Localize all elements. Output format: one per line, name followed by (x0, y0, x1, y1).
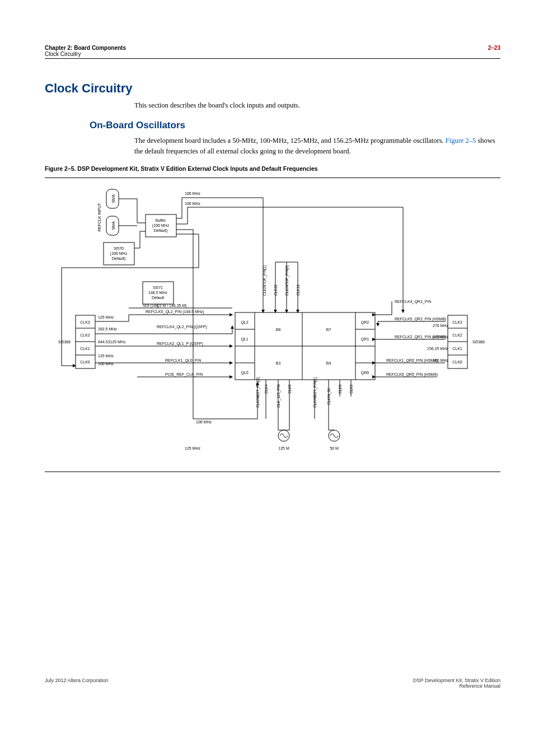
b4: B4 (326, 361, 331, 365)
freq-50m: 50 M (330, 446, 339, 450)
footer-right-a: DSP Development Kit, Stratix V Edition (413, 678, 500, 683)
si570-line2: (100 MHz (110, 251, 128, 256)
b3: B3 (276, 361, 281, 365)
freq-100-right: 100 MHz (433, 358, 449, 362)
freq-270: 270 MHz (433, 324, 449, 328)
freq-282-5: 282.5 MHz (98, 327, 117, 331)
qr1: QR1 (361, 337, 369, 342)
chapter-line: Chapter 2: Board Components (45, 45, 126, 51)
freq-125-left2: 125 MHz (98, 354, 114, 358)
clk0-right: CLK0 (452, 360, 462, 364)
clk2-left: CLK2 (80, 333, 90, 337)
page-header: Chapter 2: Board Components Clock Circui… (45, 45, 500, 59)
freq-100-2: 100 MHz (185, 202, 201, 206)
refclk4-ql2: REFCLK4_QL2_P/N (QSFP) (157, 325, 207, 329)
clk2-right: CLK2 (452, 333, 462, 337)
refclk1-ql0: REFCLK1_QL0_P/N (165, 358, 201, 363)
body-a: The development board includes a 50-MHz,… (134, 137, 446, 144)
refclk0-qr0: REFCLK0_QR0_P/N (HSMA) (386, 372, 438, 377)
freq-125-bottom: 125 MHz (185, 446, 201, 450)
ql1: QL1 (241, 337, 248, 342)
freq-125-left: 125 MHz (98, 315, 114, 319)
refclk4-qr2: REFCLK4_QR2_P/N (395, 300, 431, 304)
freq-100-left: 100 MHz (98, 362, 114, 366)
page-number: 2–23 (488, 45, 500, 57)
buffer-line2: (100 MHz (152, 223, 170, 228)
clkinbot-pn1: CLKINBOT_P/N[1] (313, 377, 317, 408)
freq-100-1: 100 MHz (185, 192, 201, 195)
section-title: Clock Circuitry (45, 81, 500, 96)
figure-caption: Figure 2–5. DSP Development Kit, Stratix… (45, 165, 500, 172)
sdi-label: SDI (148.5 M / 148.35 M) (143, 304, 187, 308)
clk3-left: CLK3 (80, 320, 90, 324)
subsection-body: The development board includes a 50-MHz,… (134, 136, 500, 157)
refclk5-ql2: REFCLK5_QL2_P/N (148.5 MHz) (146, 310, 204, 314)
qr2: QR2 (361, 320, 369, 325)
refclk-input-label: REFCLK INPUT (97, 203, 101, 231)
si571-line1: Si571 (153, 286, 163, 290)
osc-wave-icon-2 (330, 434, 338, 438)
osc-wave-icon-1 (280, 434, 288, 438)
clkin-50: CLKIN_50 (327, 388, 331, 405)
clk1-right: CLK1 (452, 347, 462, 351)
sma-label-1: SMA (111, 194, 115, 203)
qr0: QR0 (361, 371, 369, 375)
si5388-right: Si5388 (472, 340, 485, 344)
buffer-line1: Buffer (156, 218, 166, 222)
freq-125m: 125 M (278, 446, 289, 450)
footer-left: July 2012 Altera Corporation (45, 678, 109, 689)
si570-line3: Default) (112, 256, 126, 261)
buffer-line3: Default) (154, 228, 168, 233)
clk0-left: CLK0 (80, 360, 90, 364)
refclk5-qr2: REFCLK5_QR2_P/N (HSMB) (395, 317, 446, 321)
freq-644: 644.53125 MHz (98, 340, 126, 344)
figure-link[interactable]: Figure 2–5 (446, 137, 476, 144)
refclk1-qr0: REFCLK1_QR0_P/N (HSMA) (386, 358, 438, 363)
freq-625: 625 MHz (433, 335, 449, 339)
freq-100-bottom: 100 MHz (196, 420, 212, 424)
b8: B8 (276, 328, 281, 332)
si5388-left: Si5388 (58, 340, 71, 344)
page-footer: July 2012 Altera Corporation DSP Develop… (45, 678, 500, 689)
ql2: QL2 (241, 320, 248, 325)
freq-156-25: 156.25 MHz (427, 347, 448, 351)
sma-label-2: SMA (111, 221, 115, 230)
clkintop-pn1: CLKINTOP_P/N[1] (263, 265, 267, 296)
clk3-right: CLK3 (452, 320, 462, 324)
clk1-left: CLK1 (80, 347, 90, 351)
clk-125-pn: CLK_125_P/N (277, 384, 281, 408)
clkintop-pn0: CLKINTOP_P/N[0] (285, 265, 289, 296)
b7: B7 (326, 328, 331, 332)
si571-line2: 148.5 MHz (148, 291, 167, 295)
footer-right-b: Reference Manual (459, 683, 500, 689)
ql0: QL0 (241, 371, 248, 375)
clock-diagram: SMA SMA REFCLK INPUT Buffer (100 MHz Def… (45, 184, 493, 464)
refclk2-ql1: REFCLK2_QL1_P (QSFP) (157, 342, 203, 346)
si571-line3: Default (152, 296, 164, 300)
pcie-ref: PCIE_REF_CLK_P/N (165, 372, 203, 377)
si570-line1: Si570 (114, 246, 124, 250)
figure-2-5: SMA SMA REFCLK INPUT Buffer (100 MHz Def… (45, 178, 500, 472)
section-intro: This section describes the board's clock… (134, 100, 500, 111)
clkinbot-pn0: CLKINBOT_P/N[0] (256, 377, 260, 408)
header-subline: Clock Circuitry (45, 51, 81, 57)
subsection-title: On-Board Oscillators (90, 120, 500, 131)
